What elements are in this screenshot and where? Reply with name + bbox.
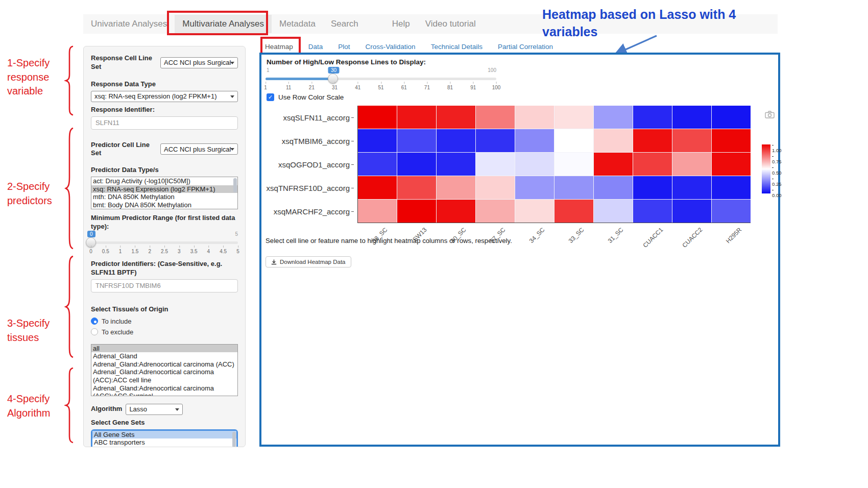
tissue-origin-label: Select Tissue/s of Origin <box>91 305 238 314</box>
heatmap-cell <box>515 153 554 176</box>
predictor-data-type-option[interactable]: bmt: Body DNA 850K Methylation <box>91 201 237 209</box>
nav-item-search[interactable]: Search <box>323 15 366 33</box>
row-color-scale-control[interactable]: ✓ Use Row Color Scale <box>267 93 344 101</box>
predictor-data-type-option[interactable]: mth: DNA 850K Methylation <box>91 193 237 201</box>
download-heatmap-data-button[interactable]: Download Heatmap Data <box>266 256 351 267</box>
colorbar-tick-label: 1.00 <box>772 142 782 153</box>
heatmap-row-label[interactable]: xsqSLFN11_accorg <box>261 106 354 129</box>
gene-set-option[interactable]: ABC transporters <box>92 438 236 447</box>
radio-to-include-row[interactable]: To include <box>91 316 238 327</box>
tissue-list[interactable]: allAdrenal_GlandAdrenal_Gland:Adrenocort… <box>91 344 238 396</box>
colorbar-tick-label: 0.75 <box>772 153 782 164</box>
heatmap-row-label[interactable]: xsqTMBIM6_accorg <box>261 129 354 153</box>
predictor-identifiers-input[interactable] <box>91 279 238 292</box>
heatmap-cell <box>476 129 515 152</box>
nav-item-help[interactable]: Help <box>384 15 418 33</box>
tab-plot[interactable]: Plot <box>338 43 350 51</box>
heatmap-cell <box>397 129 436 152</box>
heatmap-grid <box>357 106 751 223</box>
tissue-option[interactable]: Adrenal_Gland:Adrenocortical carcinoma (… <box>91 384 237 396</box>
heatmap-cell <box>437 153 475 176</box>
predictor-data-type-option[interactable]: xsq: RNA-seq Expression (log2 FPKM+1) <box>91 185 237 193</box>
heatmap-cell <box>672 129 711 152</box>
tab-partial-correlation[interactable]: Partial Correlation <box>498 43 553 51</box>
heatmap-column-label[interactable]: 31_SC <box>607 226 625 245</box>
algorithm-select[interactable]: Lasso <box>126 404 183 415</box>
radio-to-exclude-row[interactable]: To exclude <box>91 327 238 337</box>
slider-tick-label: 100 <box>492 85 501 90</box>
predictor-data-types-label: Predictor Data Type/s <box>91 166 238 175</box>
response-cell-line-set-label: Response Cell Line Set <box>91 54 157 71</box>
heatmap-cell <box>672 176 711 199</box>
slider-tick-label: 0 <box>89 249 92 254</box>
heatmap-column-label[interactable]: CUACC1 <box>641 226 664 249</box>
heatmap-column-label[interactable]: 34_SC <box>528 226 546 245</box>
radio-to-exclude[interactable] <box>91 328 98 335</box>
scrollbar-thumb[interactable] <box>232 432 236 447</box>
radio-to-include[interactable] <box>91 318 98 325</box>
heatmap-cell <box>358 106 397 129</box>
predictor-data-type-list[interactable]: act: Drug Activity (-log10[IC50M])xsq: R… <box>91 177 238 209</box>
gene-set-list[interactable]: All Gene SetsABC transportersApoptosisCe… <box>92 431 236 447</box>
tissue-option[interactable]: all <box>91 345 237 353</box>
heatmap-cell <box>712 129 751 152</box>
scrollbar-thumb[interactable] <box>233 178 237 192</box>
slider-tick-label: 3 <box>178 249 181 254</box>
slider-tick-label: 61 <box>401 85 407 90</box>
tab-cross-validation[interactable]: Cross-Validation <box>366 43 416 51</box>
heatmap-row-label[interactable]: xsqTNFRSF10D_accorg <box>261 176 354 200</box>
heatmap-cell <box>633 129 672 152</box>
heatmap-column-label[interactable]: H295R <box>725 226 743 245</box>
heatmap-column-label[interactable]: 33_SC <box>567 226 586 245</box>
row-color-scale-checkbox[interactable]: ✓ <box>267 93 274 101</box>
min-predictor-range-label: Minimum Predictor Range (for first liste… <box>91 214 238 231</box>
slider-track[interactable] <box>91 241 238 244</box>
heatmap-column-label[interactable]: CUACC2 <box>681 226 704 249</box>
slider-tick-label: 1 <box>119 249 122 254</box>
heatmap-cell <box>672 200 711 223</box>
heatmap-cell <box>712 176 751 199</box>
heatmap-cell <box>594 129 633 152</box>
heatmap-row-label[interactable]: xsqOGFOD1_accorg <box>261 153 354 176</box>
predictor-data-type-option[interactable]: act: Drug Activity (-log10[IC50M]) <box>91 177 237 185</box>
heatmap-cell <box>397 153 436 176</box>
heatmap-cell <box>437 176 475 199</box>
response-cell-line-set-select[interactable]: ACC NCI plus Surgical <box>160 57 238 68</box>
nav-item-video-tutorial[interactable]: Video tutorial <box>418 15 484 33</box>
heatmap-cell <box>515 129 554 152</box>
response-identifier-input[interactable] <box>91 116 238 130</box>
min-predictor-range-slider[interactable]: 5 0 00.511.522.533.544.55 <box>91 233 238 257</box>
heatmap-row-label[interactable]: xsqMARCHF2_accorg <box>261 200 354 223</box>
heatmap-cell <box>515 176 554 199</box>
tab-technical-details[interactable]: Technical Details <box>431 43 483 51</box>
gene-set-option[interactable]: All Gene Sets <box>92 431 236 439</box>
predictor-cell-line-set-select[interactable]: ACC NCI plus Surgical <box>160 143 238 155</box>
heatmap-cell <box>554 129 593 152</box>
annotation-brace-2 <box>64 126 75 251</box>
heatmap-cell <box>712 153 751 176</box>
nav-item-univariate[interactable]: Univariate Analyses <box>83 15 175 33</box>
radio-to-include-label: To include <box>102 318 132 325</box>
sidebar-form: Response Cell Line Set ACC NCI plus Surg… <box>83 46 246 447</box>
slider-min-label: 1 <box>267 67 270 73</box>
gene-set-option[interactable]: Apoptosis <box>92 447 236 447</box>
tissue-option[interactable]: Adrenal_Gland:Adrenocortical carcinoma (… <box>91 360 237 369</box>
slider-tick-label: 21 <box>309 85 315 90</box>
colorbar-tick-label: 0.00 <box>772 187 782 198</box>
response-data-type-select[interactable]: xsq: RNA-seq Expression (log2 FPKM+1) <box>91 91 238 102</box>
predictor-cell-line-set-label: Predictor Cell Line Set <box>91 141 157 158</box>
predictor-identifiers-label: Predictor Identifiers: (Case-Sensitive, … <box>91 260 238 277</box>
camera-icon[interactable] <box>765 111 775 118</box>
tissue-option[interactable]: Adrenal_Gland:Adrenocortical carcinoma (… <box>91 368 237 384</box>
tissue-option[interactable]: Adrenal_Gland <box>91 352 237 360</box>
annotation-redbox-multivariate <box>167 11 268 35</box>
heatmap-cell <box>397 176 436 199</box>
slider-tick-label: 31 <box>332 85 337 90</box>
heatmap-cell <box>397 106 436 129</box>
slider-value-badge: 30 <box>328 67 339 74</box>
tab-data[interactable]: Data <box>308 43 323 51</box>
slider-tick-label: 1.5 <box>131 249 138 254</box>
heatmap-cell <box>594 200 633 223</box>
nav-item-metadata[interactable]: Metadata <box>272 15 323 33</box>
response-lines-slider[interactable]: 1 100 30 1112131415161718191100 <box>266 69 496 93</box>
